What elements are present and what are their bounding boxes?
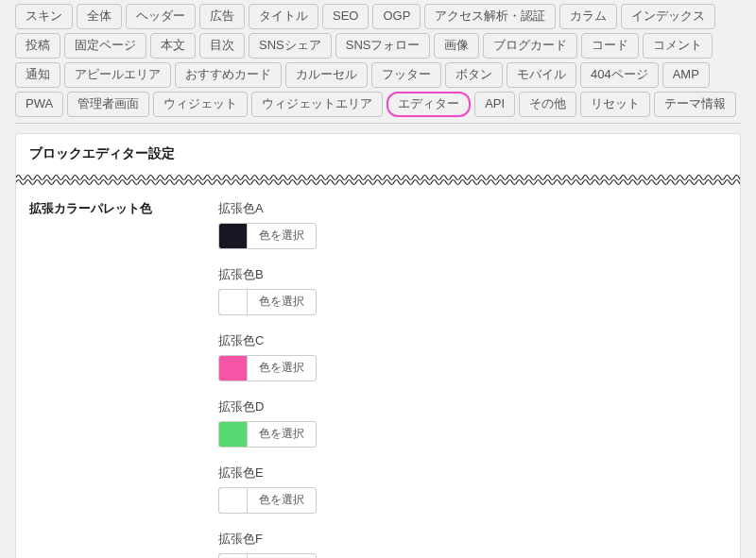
tab-エディター[interactable]: エディター [387,92,471,117]
tab-アピールエリア[interactable]: アピールエリア [64,62,171,88]
tab-スキン[interactable]: スキン [15,4,73,29]
tab-タイトル[interactable]: タイトル [249,4,318,29]
tab-全体[interactable]: 全体 [77,4,122,29]
tab-ブログカード[interactable]: ブログカード [483,33,577,59]
tab-ウィジェットエリア[interactable]: ウィジェットエリア [251,92,383,117]
swatch-label-a: 拡張色A [218,200,727,217]
tab-ボタン[interactable]: ボタン [445,62,503,88]
tab-固定ページ[interactable]: 固定ページ [64,33,146,59]
pick-color-button-e[interactable]: 色を選択 [247,487,317,514]
tab-本文[interactable]: 本文 [150,33,196,59]
tab-管理者画面[interactable]: 管理者画面 [67,92,149,117]
swatch-label-b: 拡張色B [218,266,727,283]
tab-AMP[interactable]: AMP [662,62,710,88]
tab-通知[interactable]: 通知 [15,62,60,88]
tab-SEO[interactable]: SEO [322,4,369,29]
tab-404ページ[interactable]: 404ページ [580,62,659,88]
swatch-group-d: 拡張色D色を選択 [218,398,727,448]
pick-color-button-b[interactable]: 色を選択 [247,289,317,315]
swatch-label-f: 拡張色F [218,531,727,548]
tab-SNSシェア[interactable]: SNSシェア [249,33,332,59]
tab-コード[interactable]: コード [581,33,639,59]
pick-color-button-d[interactable]: 色を選択 [247,421,317,448]
tab-SNSフォロー[interactable]: SNSフォロー [335,33,431,59]
tab-API[interactable]: API [474,92,515,117]
swatch-color-d[interactable] [218,421,247,448]
tab-広告[interactable]: 広告 [199,4,245,29]
tab-カルーセル[interactable]: カルーセル [285,62,368,88]
section-divider-squiggle [16,172,740,187]
swatch-label-d: 拡張色D [218,398,727,415]
swatch-group-f: 拡張色F色を選択 [218,531,727,558]
swatch-group-b: 拡張色B色を選択 [218,266,727,315]
swatch-list: 拡張色A色を選択拡張色B色を選択拡張色C色を選択拡張色D色を選択拡張色E色を選択… [218,200,727,558]
tab-アクセス解析・認証[interactable]: アクセス解析・認証 [424,4,556,29]
swatch-group-a: 拡張色A色を選択 [218,200,727,249]
tab-OGP[interactable]: OGP [372,4,421,29]
swatch-group-c: 拡張色C色を選択 [218,332,727,381]
tab-コメント[interactable]: コメント [643,33,713,59]
tab-ウィジェット[interactable]: ウィジェット [153,92,248,117]
settings-panel: ブロックエディター設定 拡張カラーパレット色 拡張色A色を選択拡張色B色を選択拡… [15,133,741,558]
swatch-color-a[interactable] [218,223,247,249]
tab-モバイル[interactable]: モバイル [507,62,576,88]
tab-投稿[interactable]: 投稿 [15,33,60,59]
swatch-color-b[interactable] [218,289,247,315]
panel-title: ブロックエディター設定 [16,134,740,172]
tab-おすすめカード[interactable]: おすすめカード [175,62,282,88]
tab-インデックス[interactable]: インデックス [621,4,715,29]
swatch-group-e: 拡張色E色を選択 [218,465,727,514]
pick-color-button-f[interactable]: 色を選択 [247,553,317,558]
swatch-label-e: 拡張色E [218,465,727,482]
tab-画像[interactable]: 画像 [434,33,479,59]
swatch-color-f[interactable] [218,553,247,558]
tab-PWA[interactable]: PWA [15,92,63,117]
tab-カラム[interactable]: カラム [559,4,617,29]
swatch-label-c: 拡張色C [218,332,727,349]
tab-その他[interactable]: その他 [519,92,576,117]
tab-リセット[interactable]: リセット [580,92,650,117]
tab-ヘッダー[interactable]: ヘッダー [126,4,196,29]
tab-目次[interactable]: 目次 [199,33,245,59]
swatch-color-e[interactable] [218,487,247,514]
pick-color-button-a[interactable]: 色を選択 [247,223,317,249]
tab-フッター[interactable]: フッター [371,62,441,88]
swatch-color-c[interactable] [218,355,247,381]
section-label: 拡張カラーパレット色 [29,200,218,217]
settings-tabs: スキン全体ヘッダー広告タイトルSEOOGPアクセス解析・認証カラムインデックス投… [15,4,741,124]
tab-テーマ情報[interactable]: テーマ情報 [654,92,736,117]
pick-color-button-c[interactable]: 色を選択 [247,355,317,381]
